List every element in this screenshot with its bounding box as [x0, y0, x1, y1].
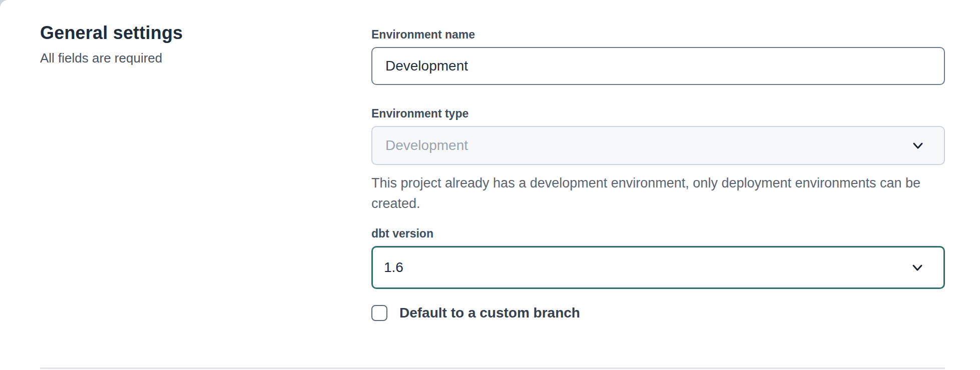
custom-branch-row: Default to a custom branch — [371, 305, 945, 321]
section-intro: General settings All fields are required — [40, 22, 371, 321]
chevron-down-icon — [910, 138, 926, 154]
dbt-version-label: dbt version — [371, 226, 945, 241]
environment-type-label: Environment type — [371, 106, 945, 121]
page-title: General settings — [40, 22, 371, 44]
custom-branch-label[interactable]: Default to a custom branch — [399, 305, 580, 321]
environment-type-value: Development — [385, 138, 468, 152]
section-divider — [40, 368, 945, 369]
environment-type-group: Environment type Development This projec… — [371, 106, 945, 214]
environment-type-help: This project already has a development e… — [371, 173, 945, 214]
page-subtitle: All fields are required — [40, 50, 371, 66]
environment-name-group: Environment name — [371, 27, 945, 85]
dbt-version-value: 1.6 — [384, 260, 403, 274]
settings-form: Environment name Environment type Develo… — [371, 22, 945, 321]
dbt-version-select[interactable]: 1.6 — [371, 246, 945, 289]
settings-content: General settings All fields are required… — [0, 0, 980, 321]
environment-name-input[interactable] — [371, 47, 945, 85]
environment-type-select[interactable]: Development — [371, 126, 945, 165]
custom-branch-checkbox[interactable] — [371, 305, 387, 321]
chevron-down-icon — [909, 260, 925, 276]
dbt-version-group: dbt version 1.6 — [371, 226, 945, 289]
environment-name-label: Environment name — [371, 27, 945, 42]
general-settings-panel: General settings All fields are required… — [0, 0, 980, 370]
